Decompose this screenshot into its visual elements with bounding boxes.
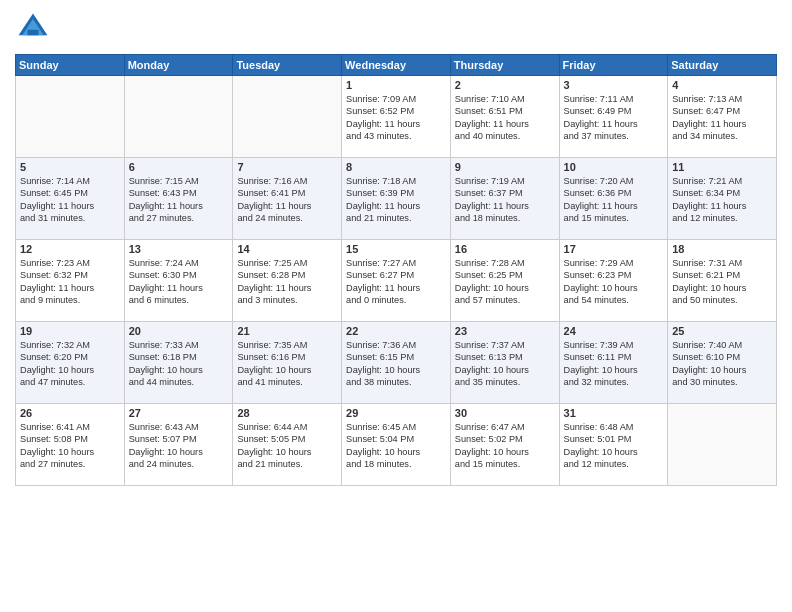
day-info: Sunrise: 6:41 AM Sunset: 5:08 PM Dayligh… [20,421,120,471]
day-number: 14 [237,243,337,255]
svg-rect-2 [28,30,39,35]
day-number: 4 [672,79,772,91]
day-info: Sunrise: 7:15 AM Sunset: 6:43 PM Dayligh… [129,175,229,225]
day-info: Sunrise: 7:09 AM Sunset: 6:52 PM Dayligh… [346,93,446,143]
day-number: 26 [20,407,120,419]
day-number: 5 [20,161,120,173]
weekday-friday: Friday [559,55,668,76]
day-info: Sunrise: 6:47 AM Sunset: 5:02 PM Dayligh… [455,421,555,471]
day-number: 28 [237,407,337,419]
calendar-cell: 13Sunrise: 7:24 AM Sunset: 6:30 PM Dayli… [124,240,233,322]
calendar-cell: 7Sunrise: 7:16 AM Sunset: 6:41 PM Daylig… [233,158,342,240]
day-info: Sunrise: 7:21 AM Sunset: 6:34 PM Dayligh… [672,175,772,225]
calendar-cell: 25Sunrise: 7:40 AM Sunset: 6:10 PM Dayli… [668,322,777,404]
calendar-cell: 6Sunrise: 7:15 AM Sunset: 6:43 PM Daylig… [124,158,233,240]
calendar-cell: 31Sunrise: 6:48 AM Sunset: 5:01 PM Dayli… [559,404,668,486]
calendar-week-3: 12Sunrise: 7:23 AM Sunset: 6:32 PM Dayli… [16,240,777,322]
day-number: 29 [346,407,446,419]
calendar-cell [233,76,342,158]
weekday-thursday: Thursday [450,55,559,76]
day-info: Sunrise: 7:27 AM Sunset: 6:27 PM Dayligh… [346,257,446,307]
calendar-cell: 1Sunrise: 7:09 AM Sunset: 6:52 PM Daylig… [342,76,451,158]
weekday-tuesday: Tuesday [233,55,342,76]
calendar-cell [16,76,125,158]
calendar-cell: 22Sunrise: 7:36 AM Sunset: 6:15 PM Dayli… [342,322,451,404]
day-number: 21 [237,325,337,337]
day-number: 30 [455,407,555,419]
calendar-cell: 19Sunrise: 7:32 AM Sunset: 6:20 PM Dayli… [16,322,125,404]
day-info: Sunrise: 7:39 AM Sunset: 6:11 PM Dayligh… [564,339,664,389]
day-number: 9 [455,161,555,173]
day-number: 12 [20,243,120,255]
calendar-cell: 21Sunrise: 7:35 AM Sunset: 6:16 PM Dayli… [233,322,342,404]
weekday-header-row: SundayMondayTuesdayWednesdayThursdayFrid… [16,55,777,76]
calendar-cell: 30Sunrise: 6:47 AM Sunset: 5:02 PM Dayli… [450,404,559,486]
day-number: 15 [346,243,446,255]
day-number: 6 [129,161,229,173]
calendar-cell: 20Sunrise: 7:33 AM Sunset: 6:18 PM Dayli… [124,322,233,404]
day-number: 11 [672,161,772,173]
day-number: 2 [455,79,555,91]
day-number: 17 [564,243,664,255]
calendar-cell: 11Sunrise: 7:21 AM Sunset: 6:34 PM Dayli… [668,158,777,240]
calendar-cell: 18Sunrise: 7:31 AM Sunset: 6:21 PM Dayli… [668,240,777,322]
calendar-week-2: 5Sunrise: 7:14 AM Sunset: 6:45 PM Daylig… [16,158,777,240]
calendar-cell: 5Sunrise: 7:14 AM Sunset: 6:45 PM Daylig… [16,158,125,240]
calendar-cell: 12Sunrise: 7:23 AM Sunset: 6:32 PM Dayli… [16,240,125,322]
calendar-cell: 27Sunrise: 6:43 AM Sunset: 5:07 PM Dayli… [124,404,233,486]
calendar-cell: 29Sunrise: 6:45 AM Sunset: 5:04 PM Dayli… [342,404,451,486]
calendar-cell [668,404,777,486]
logo [15,10,55,46]
day-number: 13 [129,243,229,255]
day-number: 8 [346,161,446,173]
day-number: 25 [672,325,772,337]
calendar-cell [124,76,233,158]
logo-icon [15,10,51,46]
calendar-week-1: 1Sunrise: 7:09 AM Sunset: 6:52 PM Daylig… [16,76,777,158]
day-info: Sunrise: 7:23 AM Sunset: 6:32 PM Dayligh… [20,257,120,307]
day-number: 7 [237,161,337,173]
day-number: 10 [564,161,664,173]
day-info: Sunrise: 7:36 AM Sunset: 6:15 PM Dayligh… [346,339,446,389]
weekday-sunday: Sunday [16,55,125,76]
day-info: Sunrise: 7:28 AM Sunset: 6:25 PM Dayligh… [455,257,555,307]
calendar-cell: 23Sunrise: 7:37 AM Sunset: 6:13 PM Dayli… [450,322,559,404]
day-info: Sunrise: 7:14 AM Sunset: 6:45 PM Dayligh… [20,175,120,225]
weekday-wednesday: Wednesday [342,55,451,76]
day-info: Sunrise: 6:45 AM Sunset: 5:04 PM Dayligh… [346,421,446,471]
day-info: Sunrise: 7:32 AM Sunset: 6:20 PM Dayligh… [20,339,120,389]
calendar-cell: 17Sunrise: 7:29 AM Sunset: 6:23 PM Dayli… [559,240,668,322]
day-number: 24 [564,325,664,337]
weekday-monday: Monday [124,55,233,76]
calendar-cell: 26Sunrise: 6:41 AM Sunset: 5:08 PM Dayli… [16,404,125,486]
calendar-week-4: 19Sunrise: 7:32 AM Sunset: 6:20 PM Dayli… [16,322,777,404]
calendar-cell: 9Sunrise: 7:19 AM Sunset: 6:37 PM Daylig… [450,158,559,240]
day-info: Sunrise: 6:48 AM Sunset: 5:01 PM Dayligh… [564,421,664,471]
day-info: Sunrise: 7:31 AM Sunset: 6:21 PM Dayligh… [672,257,772,307]
page: SundayMondayTuesdayWednesdayThursdayFrid… [0,0,792,612]
day-info: Sunrise: 6:44 AM Sunset: 5:05 PM Dayligh… [237,421,337,471]
day-info: Sunrise: 7:16 AM Sunset: 6:41 PM Dayligh… [237,175,337,225]
day-number: 18 [672,243,772,255]
day-number: 22 [346,325,446,337]
day-info: Sunrise: 7:20 AM Sunset: 6:36 PM Dayligh… [564,175,664,225]
calendar-cell: 16Sunrise: 7:28 AM Sunset: 6:25 PM Dayli… [450,240,559,322]
calendar-cell: 8Sunrise: 7:18 AM Sunset: 6:39 PM Daylig… [342,158,451,240]
day-info: Sunrise: 6:43 AM Sunset: 5:07 PM Dayligh… [129,421,229,471]
day-info: Sunrise: 7:19 AM Sunset: 6:37 PM Dayligh… [455,175,555,225]
day-info: Sunrise: 7:11 AM Sunset: 6:49 PM Dayligh… [564,93,664,143]
day-number: 27 [129,407,229,419]
day-number: 1 [346,79,446,91]
calendar-cell: 10Sunrise: 7:20 AM Sunset: 6:36 PM Dayli… [559,158,668,240]
day-info: Sunrise: 7:25 AM Sunset: 6:28 PM Dayligh… [237,257,337,307]
calendar-cell: 14Sunrise: 7:25 AM Sunset: 6:28 PM Dayli… [233,240,342,322]
day-number: 3 [564,79,664,91]
calendar-cell: 24Sunrise: 7:39 AM Sunset: 6:11 PM Dayli… [559,322,668,404]
calendar-table: SundayMondayTuesdayWednesdayThursdayFrid… [15,54,777,486]
header [15,10,777,46]
day-info: Sunrise: 7:35 AM Sunset: 6:16 PM Dayligh… [237,339,337,389]
day-info: Sunrise: 7:37 AM Sunset: 6:13 PM Dayligh… [455,339,555,389]
day-number: 31 [564,407,664,419]
calendar-cell: 4Sunrise: 7:13 AM Sunset: 6:47 PM Daylig… [668,76,777,158]
day-info: Sunrise: 7:10 AM Sunset: 6:51 PM Dayligh… [455,93,555,143]
